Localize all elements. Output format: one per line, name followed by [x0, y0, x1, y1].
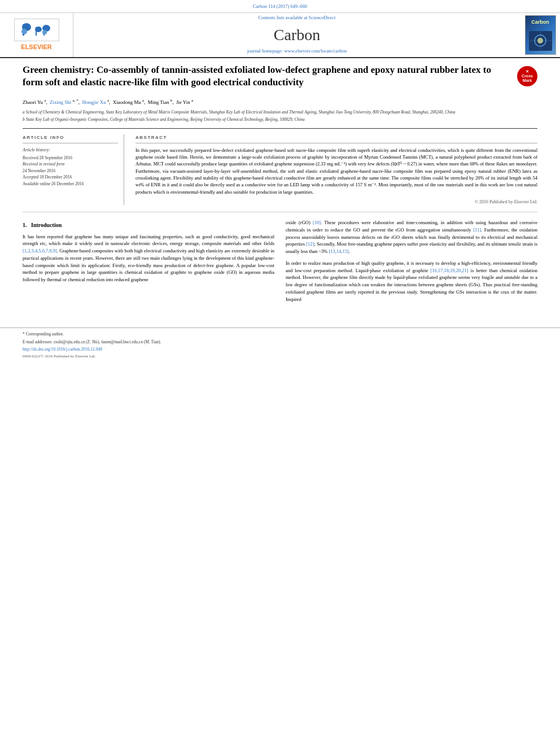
journal-header: ELSEVIER Contents lists available at Sci…	[0, 13, 560, 58]
article-title: Green chemistry: Co-assembly of tannin-a…	[23, 64, 511, 89]
affiliation-a: a School of Chemistry & Chemical Enginee…	[23, 110, 537, 116]
ref-16-21[interactable]: [16,17,18,19,20,21]	[430, 268, 468, 273]
section-title: Introduction	[31, 222, 62, 228]
body-col-left: 1. Introduction It has been reported tha…	[23, 219, 274, 307]
author-hongjie: Hongjie Xu	[82, 99, 106, 105]
crossmark-badge[interactable]: ✕CrossMark	[517, 66, 537, 86]
author-jie: Jie Yin	[176, 99, 190, 105]
intro-para-3: In order to realize mass production of h…	[286, 260, 537, 303]
journal-cover: Carbon	[520, 13, 560, 57]
accepted-date: Accepted 18 December 2016	[23, 174, 118, 181]
elsevier-logo-box	[14, 19, 59, 41]
page-footer: * Corresponding author. E-mail addresses…	[0, 327, 560, 359]
section-separator	[23, 212, 537, 212]
history-label: Article history:	[23, 147, 118, 153]
author-ming: Ming Tian	[148, 99, 169, 105]
authors-line: Zhaori Yu a, Zixing Shi a, *, Hongjie Xu…	[23, 98, 537, 106]
svg-point-4	[35, 27, 42, 32]
article-info-label: ARTICLE INFO	[23, 134, 118, 143]
cover-image: Carbon	[525, 15, 556, 55]
cover-graphic	[528, 25, 553, 54]
doi-link[interactable]: http://dx.doi.org/10.1016/j.carbon.2016.…	[23, 347, 537, 353]
journal-reference: Carbon 114 (2017) 649–660	[0, 0, 560, 13]
received-revised-label: Received in revised form	[23, 161, 118, 168]
ref-12[interactable]: [12]	[306, 241, 314, 247]
author-zixing: Zixing Shi	[50, 99, 71, 105]
ref-13-15[interactable]: [13,14,15]	[329, 248, 348, 254]
abstract-text: In this paper, we successfully prepared …	[135, 147, 537, 195]
main-content: Green chemistry: Co-assembly of tannin-a…	[0, 58, 560, 318]
journal-center: Contents lists available at ScienceDirec…	[73, 13, 520, 57]
journal-name: Carbon	[274, 24, 320, 46]
abstract-label: ABSTRACT	[135, 134, 537, 143]
author-zhaori: Zhaori Yu	[23, 99, 43, 105]
email-note: E-mail addresses: zxshi@sjtu.edu.cn (Z. …	[23, 339, 537, 346]
journal-homepage: journal homepage: www.elsevier.com/locat…	[247, 48, 347, 55]
svg-point-7	[42, 30, 47, 34]
received-date: Received 28 September 2016	[23, 155, 118, 161]
revised-date: 24 November 2016	[23, 168, 118, 174]
ref-1-9[interactable]: [1,2,3,4,5,6,7,8,9]	[23, 248, 57, 254]
article-info-abstract: ARTICLE INFO Article history: Received 2…	[23, 128, 537, 205]
affiliation-b: b State Key Lab of Organic-Inorganic Com…	[23, 117, 537, 123]
article-history: Article history: Received 28 September 2…	[23, 147, 118, 187]
abstract-col: ABSTRACT In this paper, we successfully …	[135, 134, 537, 205]
ref-11[interactable]: [11]	[473, 227, 481, 233]
corresponding-note: * Corresponding author.	[23, 331, 537, 338]
sciencedirect-link: Contents lists available at ScienceDirec…	[259, 15, 336, 21]
ref-10[interactable]: [10]	[313, 220, 321, 225]
body-col-right: oxide (rGO) [10]. These procedures were …	[286, 219, 537, 307]
author-xiaodong: Xiaodong Ma	[113, 99, 141, 105]
elsevier-tree-icon	[20, 21, 54, 38]
intro-para-2: oxide (rGO) [10]. These procedures were …	[286, 219, 537, 255]
article-info-col: ARTICLE INFO Article history: Received 2…	[23, 134, 124, 205]
elsevier-logo-section: ELSEVIER	[0, 13, 73, 57]
intro-heading: 1. Introduction	[23, 221, 274, 230]
issn: 0008-6223/© 2016 Published by Elsevier L…	[23, 354, 537, 360]
section-number: 1.	[23, 222, 27, 228]
affiliations: a School of Chemistry & Chemical Enginee…	[23, 110, 537, 123]
body-columns: 1. Introduction It has been reported tha…	[23, 219, 537, 307]
available-online: Available online 26 December 2016	[23, 181, 118, 187]
intro-para-1: It has been reported that graphene has m…	[23, 233, 274, 283]
elsevier-text: ELSEVIER	[21, 43, 51, 51]
article-title-section: Green chemistry: Co-assembly of tannin-a…	[23, 64, 537, 93]
abstract-copyright: © 2016 Published by Elsevier Ltd.	[135, 199, 537, 205]
svg-point-2	[21, 29, 27, 34]
